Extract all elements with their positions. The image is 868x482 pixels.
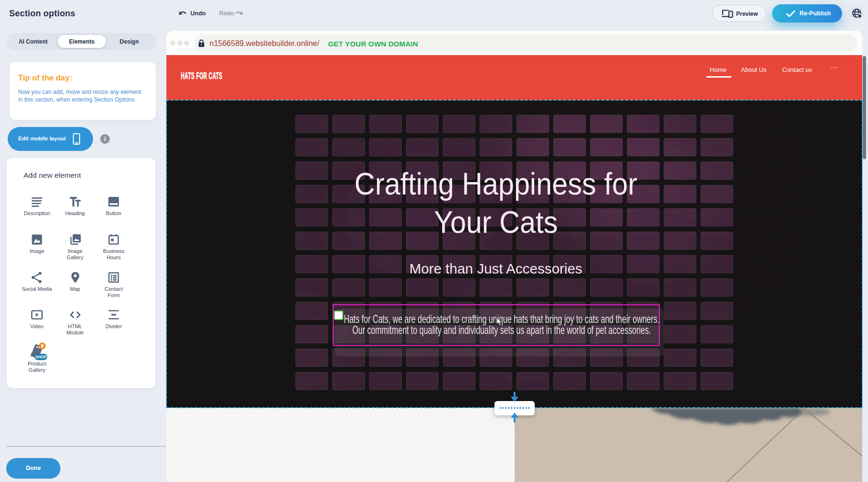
svg-text:SHOP: SHOP	[35, 355, 47, 359]
